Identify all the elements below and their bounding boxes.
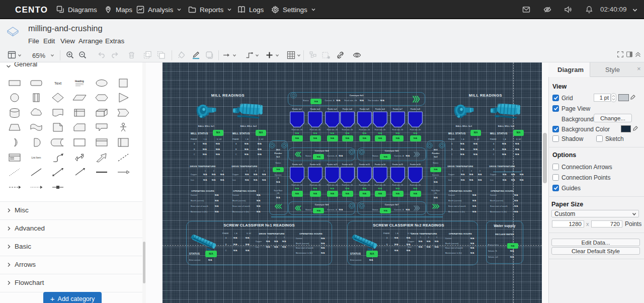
svg-text:Text: Text (54, 81, 62, 86)
svg-text:Heading: Heading (75, 80, 85, 83)
svg-text:List Item: List Item (31, 156, 41, 159)
